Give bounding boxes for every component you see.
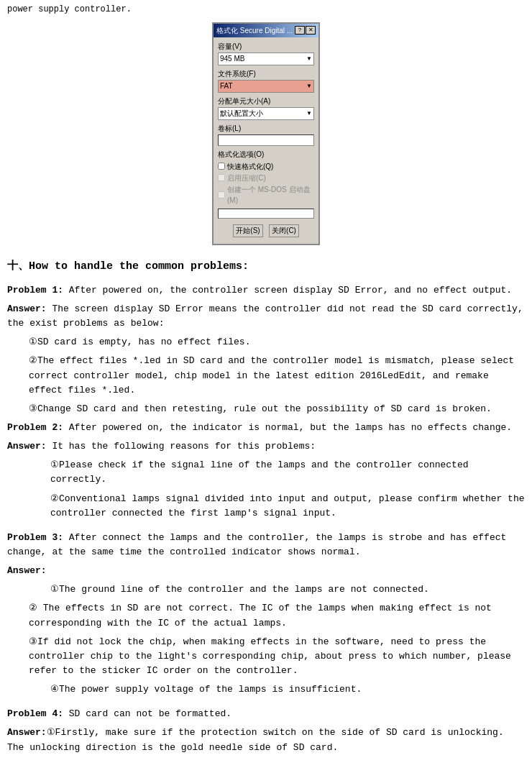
problem1-answer-label: Answer: bbox=[7, 303, 47, 314]
problem3-item1: ①The ground line of the controller and t… bbox=[7, 582, 525, 597]
problem1-question: Problem 1: After powered on, the control… bbox=[7, 283, 525, 298]
problem2-answer-intro: Answer: It has the following reasons for… bbox=[7, 439, 525, 454]
capacity-field: 容量(V) 945 MB ▼ bbox=[218, 41, 314, 65]
problem2-item2: ②Conventional lamps signal divided into … bbox=[7, 492, 525, 521]
problem4-answer-label: Answer: bbox=[7, 727, 47, 738]
capacity-label: 容量(V) bbox=[218, 41, 314, 52]
close-button[interactable]: 关闭(C) bbox=[269, 224, 299, 237]
quick-format-label: 快速格式化(Q) bbox=[227, 161, 273, 172]
problem4-answer-text: ①Firstly, make sure if the protection sw… bbox=[7, 727, 504, 752]
problem2-answer-label: Answer: bbox=[7, 441, 47, 452]
problem1-item2: ②The effect files *.led in SD card and t… bbox=[7, 354, 525, 397]
dialog-wrapper: 格式化 Secure Digital ... ? ✕ 容量(V) 945 MB … bbox=[7, 22, 525, 245]
dialog-titlebar: 格式化 Secure Digital ... ? ✕ bbox=[214, 24, 318, 37]
dialog-footer: 开始(S) 关闭(C) bbox=[218, 221, 314, 240]
dialog-title: 格式化 Secure Digital ... bbox=[216, 25, 293, 36]
problem1-question-text: After powered on, the controller screen … bbox=[63, 285, 512, 296]
problem4-label: Problem 4: bbox=[7, 708, 63, 719]
create-dos-row: 创建一个 MS-DOS 启动盘(M) bbox=[218, 184, 314, 206]
create-dos-label: 创建一个 MS-DOS 启动盘(M) bbox=[227, 184, 314, 206]
top-text: power supply controller. bbox=[7, 3, 525, 17]
problem1-item3: ③Change SD card and then retesting, rule… bbox=[7, 402, 525, 416]
problem1-label: Problem 1: bbox=[7, 285, 63, 296]
problem3-answer-intro: Answer: bbox=[7, 564, 525, 578]
format-options-label: 格式化选项(O) bbox=[218, 149, 314, 160]
allocation-value: 默认配置大小 bbox=[220, 108, 263, 119]
problem2-label: Problem 2: bbox=[7, 422, 63, 433]
filesystem-select[interactable]: FAT ▼ bbox=[218, 80, 314, 93]
filesystem-field: 文件系统(F) FAT ▼ bbox=[218, 68, 314, 93]
filesystem-arrow-icon: ▼ bbox=[306, 82, 312, 91]
problem4-answer: Answer:①Firstly, make sure if the protec… bbox=[7, 726, 525, 754]
start-button[interactable]: 开始(S) bbox=[233, 224, 263, 237]
problem2-question: Problem 2: After powered on, the indicat… bbox=[7, 421, 525, 435]
volume-label-label: 卷标(L) bbox=[218, 123, 314, 134]
problem3-item2: ② The effects in SD are not correct. The… bbox=[7, 601, 525, 630]
capacity-value: 945 MB bbox=[220, 53, 244, 64]
problem2-question-text: After powered on, the indicator is norma… bbox=[63, 422, 512, 433]
quick-format-row: 快速格式化(Q) bbox=[218, 161, 314, 172]
filesystem-label: 文件系统(F) bbox=[218, 68, 314, 79]
filesystem-value: FAT bbox=[220, 81, 233, 91]
problem3-question-text: After connect the lamps and the controll… bbox=[7, 532, 506, 557]
label-field: 卷标(L) bbox=[218, 123, 314, 146]
progress-bar bbox=[218, 209, 314, 219]
dialog-title-buttons: ? ✕ bbox=[295, 26, 316, 35]
dialog-body: 容量(V) 945 MB ▼ 文件系统(F) FAT ▼ 分配单元大小(A) 默… bbox=[214, 37, 318, 244]
problem1-answer-intro: Answer: The screen display SD Error mean… bbox=[7, 302, 525, 331]
dialog-close-button[interactable]: ✕ bbox=[306, 26, 316, 35]
section-heading: 十、How to handle the common problems: bbox=[7, 258, 525, 275]
restore-device-checkbox bbox=[218, 174, 225, 181]
restore-device-label: 启用压缩(C) bbox=[227, 173, 266, 183]
problem1-answer-text: The screen display SD Error means the co… bbox=[7, 303, 523, 329]
problem3-answer-label: Answer: bbox=[7, 565, 47, 576]
problem3-item3: ③If did not lock the chip, when making e… bbox=[7, 635, 525, 678]
problem2-answer-text: It has the following reasons for this pr… bbox=[47, 441, 316, 452]
format-dialog[interactable]: 格式化 Secure Digital ... ? ✕ 容量(V) 945 MB … bbox=[212, 22, 320, 245]
problem4-question-text: SD card can not be formatted. bbox=[63, 708, 231, 719]
volume-label-input[interactable] bbox=[218, 134, 314, 146]
create-dos-checkbox bbox=[218, 191, 225, 198]
allocation-label: 分配单元大小(A) bbox=[218, 96, 314, 106]
capacity-select[interactable]: 945 MB ▼ bbox=[218, 52, 314, 65]
allocation-arrow-icon: ▼ bbox=[306, 109, 312, 118]
allocation-field: 分配单元大小(A) 默认配置大小 ▼ bbox=[218, 96, 314, 120]
quick-format-checkbox[interactable] bbox=[218, 163, 225, 170]
problem3-item4: ④The power supply voltage of the lamps i… bbox=[7, 682, 525, 697]
problem1-item1: ①SD card is empty, has no effect files. bbox=[7, 335, 525, 349]
problem4-question: Problem 4: SD card can not be formatted. bbox=[7, 707, 525, 721]
allocation-select[interactable]: 默认配置大小 ▼ bbox=[218, 107, 314, 120]
problem3-question: Problem 3: After connect the lamps and t… bbox=[7, 531, 525, 559]
capacity-arrow-icon: ▼ bbox=[306, 55, 312, 63]
restore-device-row: 启用压缩(C) bbox=[218, 173, 314, 183]
problem2-item1: ①Please check if the signal line of the … bbox=[7, 458, 525, 487]
problem3-label: Problem 3: bbox=[7, 532, 63, 543]
dialog-help-button[interactable]: ? bbox=[295, 26, 305, 35]
